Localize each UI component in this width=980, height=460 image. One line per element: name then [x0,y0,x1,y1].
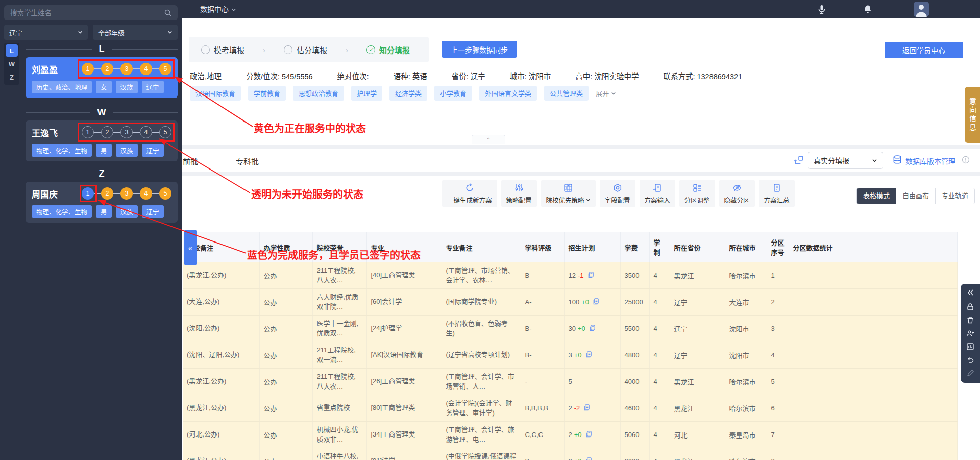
plan-doc-icon[interactable] [585,432,593,440]
version-select[interactable]: 真实分填报 [808,152,883,169]
plan-delta: +0 [581,298,589,306]
plan-delta: +0 [574,431,582,439]
stats-icon[interactable] [963,340,978,353]
toolbar-strategy-config-button[interactable]: 策略配置 [501,180,537,207]
cell-city: 哈尔滨市 [725,262,767,289]
search-icon[interactable] [164,9,172,17]
service-step-badge-5[interactable]: 5 [159,187,172,200]
table-row[interactable]: (沈阳、辽阳,公办) 公办 211工程院校,双一流… [AK]汉语国际教育 (辽… [183,342,957,369]
table-row[interactable]: (黑龙江,公办) 公办 省重点院校 [80]工商管理类 (会计学院)(会计学、财… [183,395,957,422]
major-tag[interactable]: 小学教育 [434,86,472,101]
tab-batch-2[interactable]: 专科批 [236,156,259,166]
user-avatar[interactable] [914,2,929,17]
view-mode-0[interactable]: 表格模式 [857,188,896,204]
lock-icon[interactable] [963,300,978,313]
student-card[interactable]: 周国庆 12345 物理、化学、生物男汉族辽宁 [26,182,178,223]
cell-college-remark: (黑龙江,公办) [183,369,259,395]
table-row[interactable]: (黑龙江,公办) 公办 211工程院校,八大农… [40]工商管理类 (工商管理… [183,262,957,289]
plan-doc-icon[interactable] [592,299,600,307]
service-step-badge-4[interactable]: 4 [140,126,152,138]
sync-prev-step-button[interactable]: 上一步骤数据同步 [442,41,517,58]
search-input[interactable] [4,5,178,20]
province-select[interactable]: 辽宁 [4,25,88,40]
step-3[interactable]: ✓ 知分填报 [366,44,410,55]
collapse-left-icon[interactable] [963,286,978,299]
cell-fee: 4000 [620,369,649,395]
cell-major-link[interactable]: [26]工商管理类 [366,369,442,395]
cell-major-link[interactable]: [60]会计学 [366,289,442,316]
service-step-badge-1[interactable]: 1 [82,126,94,138]
service-step-badge-5[interactable]: 5 [159,63,172,75]
service-step-badge-2[interactable]: 2 [101,63,113,75]
toolbar-zone-adjust-button[interactable]: 分区调整 [679,180,715,207]
toolbar-field-config-button[interactable]: 字段配置 [600,180,635,207]
service-step-badge-3[interactable]: 3 [120,63,133,75]
service-step-badge-5[interactable]: 5 [159,126,172,138]
toolbar-hide-zone-button[interactable]: 隐藏分区 [719,180,755,207]
trash-icon[interactable] [963,313,978,327]
user-add-icon[interactable] [963,327,978,340]
cell-major-link[interactable]: [34]工商管理类 [366,422,442,448]
cell-major-link[interactable]: [91]法学 [366,448,442,460]
undo-icon[interactable] [963,353,978,367]
view-mode-1[interactable]: 自由画布 [896,188,935,204]
major-tag[interactable]: 学前教育 [248,86,286,101]
cell-major-link[interactable]: [80]工商管理类 [366,395,442,422]
major-tag[interactable]: 公共管理类 [544,86,589,101]
bell-icon[interactable] [863,4,873,14]
student-card[interactable]: 刘盈盈 12345 历史、政治、地理女汉族辽宁 [26,57,178,98]
major-tag[interactable]: 外国语言文学类 [479,86,537,101]
cell-major-link[interactable]: [AK]汉语国际教育 [366,342,442,369]
step-1[interactable]: 模考填报 [201,44,244,55]
cell-major-link[interactable]: [24]护理学 [366,316,442,342]
db-version-manage-link[interactable]: 数据库版本管理 [905,156,955,166]
table-row[interactable]: (河北,公办) 公办 机械四小龙,优质双非… [34]工商管理类 (工商管理、会… [183,422,957,448]
plan-delta: +0 [578,325,585,332]
return-center-button[interactable]: 返回学员中心 [885,42,963,58]
transfer-icon[interactable] [793,155,804,166]
grade-select[interactable]: 全部年级 [93,25,178,40]
toolbar-plan-input-button[interactable]: 方案输入 [640,180,675,207]
toolbar-plan-summary-button[interactable]: 方案汇总 [759,180,795,207]
major-tag[interactable]: 汉语国际教育 [190,86,241,101]
microphone-icon[interactable] [817,4,827,14]
letter-index-Z[interactable]: Z [6,71,18,83]
plan-doc-icon[interactable] [585,458,593,460]
plan-doc-icon[interactable] [589,326,596,333]
major-tag[interactable]: 经济学类 [389,86,427,101]
service-step-badge-2[interactable]: 2 [101,187,113,200]
letter-index-W[interactable]: W [6,58,18,70]
table-row[interactable]: (黑龙江,公办) 公办 小语种牛八校,优质双… [91]法学 (中俄学院授课,俄… [183,448,957,460]
toolbar-college-priority-button[interactable]: 院校优先策略 [541,180,596,207]
student-card[interactable]: 王逸飞 12345 物理、化学、生物男汉族辽宁 [26,120,178,161]
service-step-badge-2[interactable]: 2 [101,126,113,138]
step-2[interactable]: 估分填报 [284,44,327,55]
tab-batch-1[interactable]: 前批 [183,156,198,166]
edit-icon[interactable] [963,367,978,380]
service-step-badge-3[interactable]: 3 [120,126,133,138]
letter-index-L[interactable]: L [6,44,18,57]
table-row[interactable]: (沈阳,公办) 公办 医学十一金刚,优质双… [24]护理学 (不招收色盲、色弱… [183,316,957,342]
major-tag[interactable]: 思想政治教育 [293,86,344,101]
table-row[interactable]: (大连,公办) 公办 六大财经,优质双非院… [60]会计学 (国际商学院专业)… [183,289,957,316]
info-icon[interactable] [962,156,970,164]
plan-doc-icon[interactable] [583,405,591,413]
major-tag[interactable]: 护理学 [351,86,382,101]
table-row[interactable]: (黑龙江,公办) 公办 211工程院校,八大农… [26]工商管理类 (工商管理… [183,369,957,395]
toolbar-generate-plan-button[interactable]: 一键生成新方案 [442,180,497,207]
nav-data-center[interactable]: 数据中心 [200,0,236,18]
expand-tags-button[interactable]: 展开 [596,88,616,98]
service-step-badge-4[interactable]: 4 [140,187,152,200]
service-step-badge-3[interactable]: 3 [120,187,133,200]
plan-doc-icon[interactable] [587,273,595,280]
collapse-panel-tab[interactable]: ⌃ [472,135,505,144]
cell-major-link[interactable]: [40]工商管理类 [366,262,442,289]
service-step-badge-4[interactable]: 4 [140,63,152,75]
intent-info-tab[interactable]: 意向信息 [965,87,980,143]
service-step-badge-1[interactable]: 1 [82,187,94,200]
plan-doc-icon[interactable] [585,352,593,360]
service-step-badge-1[interactable]: 1 [82,63,94,75]
plan-count: 100 [569,298,580,306]
collapse-columns-button[interactable]: « [184,230,197,265]
view-mode-2[interactable]: 专业轨道 [935,188,974,204]
